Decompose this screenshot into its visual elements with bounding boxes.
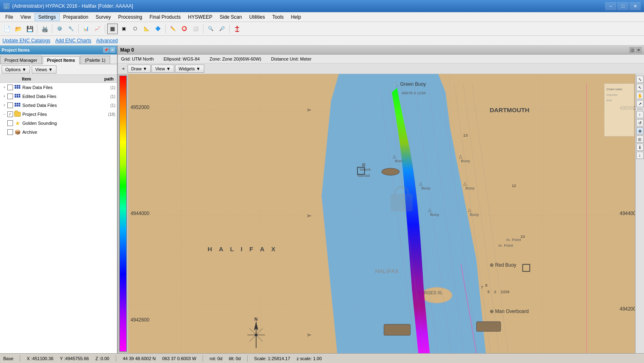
print-button[interactable]: 🖨️ bbox=[39, 24, 50, 34]
tree-item-golden[interactable]: ★ Golden Sounding bbox=[0, 119, 117, 128]
chart-button-1[interactable]: 📊 bbox=[81, 24, 91, 34]
svg-text:4944000: 4944000 bbox=[620, 211, 635, 216]
svg-text:Y: Y bbox=[307, 214, 312, 217]
menu-side-scan[interactable]: Side Scan bbox=[216, 13, 246, 21]
svg-text:Buoy: Buoy bbox=[470, 212, 479, 217]
menu-tools[interactable]: Tools bbox=[268, 13, 287, 21]
hardware-button[interactable]: 🔧 bbox=[66, 24, 76, 34]
tree-item-archive[interactable]: 📦 Archive bbox=[0, 128, 117, 137]
map-close-button[interactable]: ✕ bbox=[636, 47, 642, 53]
polygon-button[interactable]: ▣ bbox=[119, 24, 129, 34]
tree-item-edited[interactable]: + Edited Data Files (1) bbox=[0, 92, 117, 101]
raw-label: Raw Data Files bbox=[22, 85, 109, 90]
circle-button[interactable]: ⭕ bbox=[179, 24, 190, 34]
maximize-button[interactable]: □ bbox=[617, 2, 629, 10]
svg-point-85 bbox=[382, 168, 399, 175]
svg-text:N: N bbox=[254, 317, 257, 322]
map-container[interactable]: 4952000 Y 4944000 Y 4942600 Y 4950000 49… bbox=[118, 74, 644, 353]
expand-map-button[interactable]: ↕ bbox=[636, 152, 644, 159]
raw-expand[interactable]: + bbox=[2, 85, 7, 90]
map-header-buttons: ◫ ✕ bbox=[629, 47, 642, 53]
status-sep-1 bbox=[20, 355, 20, 362]
map-dock-button[interactable]: ◫ bbox=[629, 47, 635, 53]
tab-project-items[interactable]: Project Items bbox=[43, 56, 80, 64]
square-button[interactable]: ⬜ bbox=[190, 24, 201, 34]
status-lat: 44 39 48.6002 N bbox=[123, 356, 156, 361]
menu-preparation[interactable]: Preparation bbox=[60, 13, 92, 21]
menu-view[interactable]: View bbox=[17, 13, 35, 21]
tree-item-raw[interactable]: + Raw Data Files (1) bbox=[0, 83, 117, 92]
sorted-label: Sorted Data Files bbox=[22, 103, 109, 108]
edited-expand[interactable]: + bbox=[2, 93, 7, 99]
open-button[interactable]: 📂 bbox=[13, 24, 24, 34]
pencil-button[interactable]: ✏️ bbox=[168, 24, 178, 34]
hand-button[interactable]: ✋ bbox=[636, 92, 644, 99]
sorted-expand[interactable]: + bbox=[2, 102, 7, 108]
widgets-button[interactable]: Widgets ▼ bbox=[175, 65, 204, 73]
tree-item-sorted[interactable]: + Sorted Data Files (1) bbox=[0, 101, 117, 110]
status-bar: Base X :451100.36 Y :4945755.66 Z :0.00 … bbox=[0, 353, 644, 363]
menu-file[interactable]: File bbox=[2, 13, 17, 21]
new-button[interactable]: 📄 bbox=[2, 24, 12, 34]
tree-item-project[interactable]: − Project Files (18) bbox=[0, 110, 117, 119]
chart-button-2[interactable]: 📈 bbox=[92, 24, 103, 34]
north-up-button[interactable]: ↑ bbox=[636, 111, 644, 118]
panel-pin-button[interactable]: 📌 bbox=[103, 47, 109, 53]
minimize-button[interactable]: − bbox=[605, 2, 616, 10]
menu-utilities[interactable]: Utilities bbox=[246, 13, 269, 21]
golden-expand[interactable] bbox=[2, 120, 7, 126]
advanced-link[interactable]: Advanced bbox=[96, 38, 118, 43]
anchor-button[interactable] bbox=[232, 24, 242, 34]
views-button[interactable]: Views ▼ bbox=[32, 65, 56, 74]
fullscreen-button[interactable]: ⤡ bbox=[636, 76, 644, 83]
grid-button[interactable]: ▦ bbox=[107, 24, 118, 34]
tab-palette[interactable]: (Palette 1) bbox=[80, 56, 110, 64]
menu-processing[interactable]: Processing bbox=[115, 13, 146, 21]
edited-checkbox[interactable] bbox=[7, 93, 13, 99]
target-button[interactable]: ◎ bbox=[636, 135, 644, 143]
close-button[interactable]: ✕ bbox=[629, 2, 641, 10]
sorted-checkbox[interactable] bbox=[7, 102, 13, 108]
draw-button[interactable]: Draw ▼ bbox=[128, 65, 151, 73]
menu-final-products[interactable]: Final Products bbox=[146, 13, 184, 21]
panel-close-button[interactable]: ✕ bbox=[110, 47, 115, 53]
svg-text:Chart notes: Chart notes bbox=[606, 87, 622, 91]
status-x: X :451100.36 bbox=[27, 356, 53, 361]
map-canvas[interactable]: 4952000 Y 4944000 Y 4942600 Y 4950000 49… bbox=[128, 74, 635, 353]
add-enc-link[interactable]: Add ENC Charts bbox=[55, 38, 91, 43]
svg-text:⚓ Green Buoy: ⚓ Green Buoy bbox=[393, 81, 426, 87]
status-sep-4 bbox=[247, 355, 248, 362]
tab-project-manager[interactable]: Project Manager bbox=[0, 56, 42, 64]
project-items-tree[interactable]: + Raw Data Files (1) + bbox=[0, 83, 117, 353]
archive-expand[interactable] bbox=[2, 129, 7, 135]
save-button[interactable]: 💾 bbox=[24, 24, 35, 34]
golden-checkbox[interactable] bbox=[7, 120, 13, 126]
raw-checkbox[interactable] bbox=[7, 85, 13, 90]
status-lon: 063 37 0.6003 W bbox=[162, 356, 197, 361]
cursor-button[interactable]: ↖ bbox=[636, 84, 644, 91]
options-button[interactable]: Options ▼ bbox=[2, 65, 30, 74]
archive-checkbox[interactable] bbox=[7, 129, 13, 135]
select-button[interactable]: ↗ bbox=[636, 100, 644, 107]
view-button[interactable]: View ▼ bbox=[151, 65, 174, 73]
edited-badge: (1) bbox=[110, 94, 115, 99]
menu-survey[interactable]: Survey bbox=[92, 13, 115, 21]
shape-button[interactable]: 🔷 bbox=[153, 24, 163, 34]
status-sep-2 bbox=[116, 355, 116, 362]
menu-settings[interactable]: Settings bbox=[35, 13, 59, 21]
zoom-out-button[interactable]: 🔎 bbox=[217, 24, 227, 34]
svg-text:In. Point: In. Point bbox=[506, 237, 521, 242]
zoom-extent-button[interactable]: ⊕ bbox=[636, 127, 644, 135]
zoom-in-button[interactable]: 🔍 bbox=[205, 24, 216, 34]
svg-text:13: 13 bbox=[463, 133, 468, 137]
info-button[interactable]: ℹ bbox=[636, 143, 644, 151]
measure-button[interactable]: 📐 bbox=[141, 24, 152, 34]
settings-button[interactable]: ⚙️ bbox=[54, 24, 65, 34]
menu-hysweep[interactable]: HYSWEEP bbox=[184, 13, 216, 21]
rotate-ccw-button[interactable]: ↺ bbox=[636, 119, 644, 126]
project-expand[interactable]: − bbox=[2, 111, 7, 117]
update-enc-link[interactable]: Update ENC Catalogs bbox=[2, 38, 50, 43]
project-checkbox[interactable] bbox=[7, 111, 13, 117]
menu-help[interactable]: Help bbox=[287, 13, 305, 21]
hex-button[interactable]: ⬡ bbox=[130, 24, 140, 34]
